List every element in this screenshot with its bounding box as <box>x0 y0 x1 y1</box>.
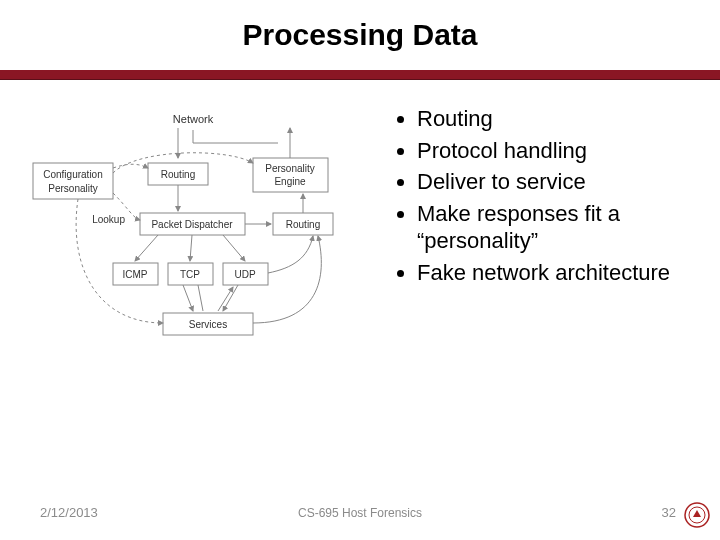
icmp-label: ICMP <box>123 269 148 280</box>
footer-page: 32 <box>662 505 676 520</box>
personality-label: Personality <box>48 183 97 194</box>
services-label: Services <box>189 319 227 330</box>
dispatcher-label: Packet Dispatcher <box>151 219 233 230</box>
bullet-item: Fake network architecture <box>417 259 695 287</box>
pengine-label-1: Personality <box>265 163 314 174</box>
svg-line-6 <box>190 235 192 261</box>
university-seal-icon <box>684 502 710 528</box>
architecture-diagram: Network Configuration Personality Routin… <box>28 108 368 388</box>
bullet-item: Deliver to service <box>417 168 695 196</box>
tcp-label: TCP <box>180 269 200 280</box>
slide-title: Processing Data <box>0 18 720 52</box>
bullet-item: Protocol handling <box>417 137 695 165</box>
bullet-list: Routing Protocol handling Deliver to ser… <box>395 105 695 290</box>
pengine-label-2: Engine <box>274 176 306 187</box>
udp-label: UDP <box>234 269 255 280</box>
routing-mid-label: Routing <box>286 219 320 230</box>
config-label: Configuration <box>43 169 102 180</box>
svg-line-10 <box>223 285 238 311</box>
svg-line-9 <box>198 285 203 311</box>
accent-bar <box>0 70 720 80</box>
network-label: Network <box>173 113 214 125</box>
svg-line-7 <box>223 235 245 261</box>
svg-line-5 <box>135 235 158 261</box>
footer-course: CS-695 Host Forensics <box>0 506 720 520</box>
bullet-item: Routing <box>417 105 695 133</box>
content-area: Network Configuration Personality Routin… <box>0 90 720 470</box>
bullet-item: Make responses fit a “personality” <box>417 200 695 255</box>
lookup-label: Lookup <box>92 214 125 225</box>
svg-line-8 <box>183 285 193 311</box>
routing-top-label: Routing <box>161 169 195 180</box>
